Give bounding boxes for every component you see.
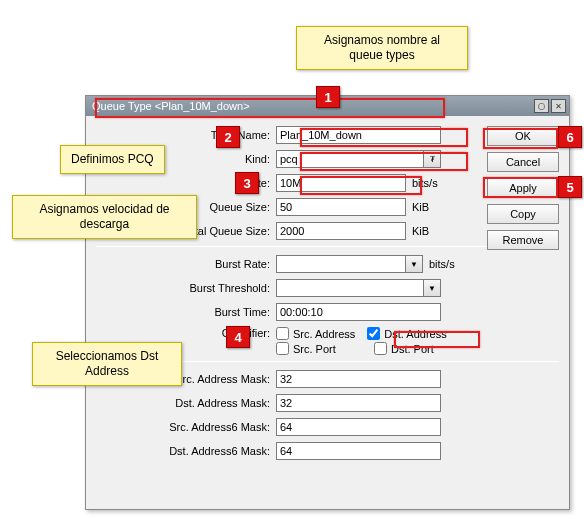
src-address-text: Src. Address [293,328,355,340]
burst-threshold-dropdown-icon[interactable]: ▼ [424,279,441,297]
callout-rate: Asignamos velocidad de descarga [12,195,197,239]
step-badge-6: 6 [558,126,582,148]
step-badge-2: 2 [216,126,240,148]
step-badge-3: 3 [235,172,259,194]
apply-button[interactable]: Apply [487,178,559,198]
callout-dst: Seleccionamos Dst Address [32,342,182,386]
burst-threshold-input[interactable] [276,279,424,297]
kind-dropdown-icon[interactable]: ₮ [424,150,441,168]
rate-unit: bits/s [412,177,438,189]
dst-address-text: Dst. Address [384,328,446,340]
src6-mask-label: Src. Address6 Mask: [96,421,276,433]
ok-button[interactable]: OK [487,126,559,146]
total-queue-size-unit: KiB [412,225,429,237]
burst-threshold-label: Burst Threshold: [96,282,276,294]
rate-input[interactable] [276,174,406,192]
dst-port-checkbox[interactable]: Dst. Port [374,342,434,355]
queue-size-unit: KiB [412,201,429,213]
burst-rate-dropdown-icon[interactable]: ▼ [406,255,423,273]
copy-button[interactable]: Copy [487,204,559,224]
total-queue-size-input[interactable] [276,222,406,240]
cancel-button[interactable]: Cancel [487,152,559,172]
step-badge-1: 1 [316,86,340,108]
burst-rate-input[interactable] [276,255,406,273]
type-name-input[interactable] [276,126,441,144]
type-name-label: Type Name: [96,129,276,141]
dst-port-text: Dst. Port [391,343,434,355]
side-buttons: OK Cancel Apply Copy Remove [487,126,559,250]
dst-mask-input[interactable] [276,394,441,412]
remove-button[interactable]: Remove [487,230,559,250]
dst-address-checkbox[interactable]: Dst. Address [367,327,446,340]
dst6-mask-input[interactable] [276,442,441,460]
step-badge-4: 4 [226,326,250,348]
kind-input[interactable] [276,150,424,168]
minimize-icon[interactable]: ▢ [534,99,549,113]
burst-rate-unit: bits/s [429,258,455,270]
burst-time-label: Burst Time: [96,306,276,318]
src6-mask-input[interactable] [276,418,441,436]
callout-name: Asignamos nombre al queue types [296,26,468,70]
window-title: Queue Type <Plan_10M_down> [92,96,534,116]
burst-time-input[interactable] [276,303,441,321]
callout-pcq: Definimos PCQ [60,145,165,174]
queue-size-input[interactable] [276,198,406,216]
src-address-checkbox[interactable]: Src. Address [276,327,355,340]
close-icon[interactable]: ✕ [551,99,566,113]
step-badge-5: 5 [558,176,582,198]
src-port-checkbox[interactable]: Src. Port [276,342,362,355]
dst6-mask-label: Dst. Address6 Mask: [96,445,276,457]
src-port-text: Src. Port [293,343,336,355]
src-mask-input[interactable] [276,370,441,388]
burst-rate-label: Burst Rate: [96,258,276,270]
dst-mask-label: Dst. Address Mask: [96,397,276,409]
